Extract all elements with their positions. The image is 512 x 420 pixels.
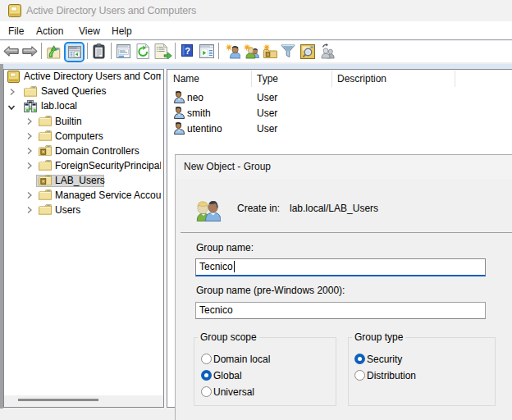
svg-text:?: ? (185, 46, 190, 56)
